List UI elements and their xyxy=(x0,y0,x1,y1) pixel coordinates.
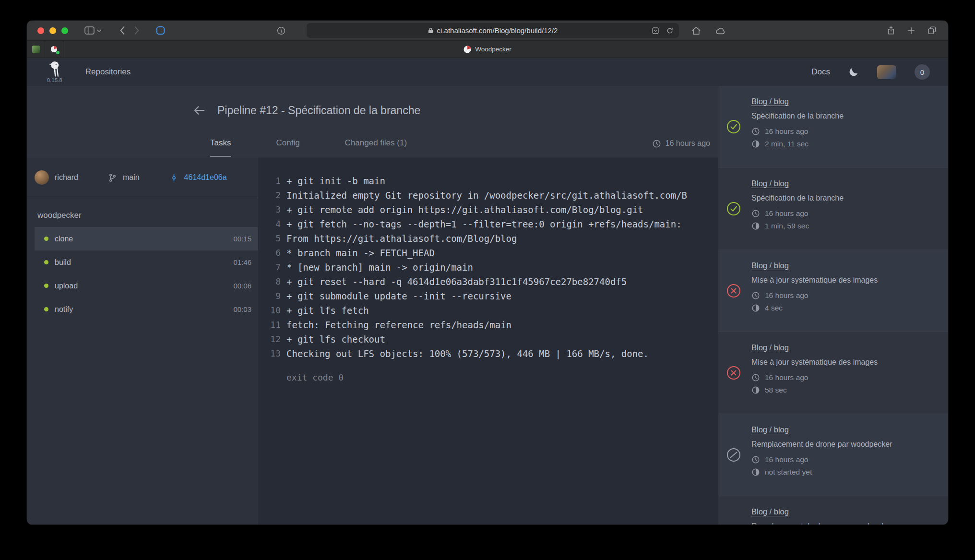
build-card[interactable]: Blog / blog Mise à jour systématique des… xyxy=(718,250,948,332)
clock-icon xyxy=(751,127,760,136)
nav-docs-link[interactable]: Docs xyxy=(811,67,830,77)
log-line: 1 + git init -b main xyxy=(258,174,718,188)
log-line: 4 + git fetch --no-tags --depth=1 --filt… xyxy=(258,217,718,231)
task-name: upload xyxy=(55,282,78,290)
build-message: Remplacement de drone par woodpecker xyxy=(751,522,937,524)
build-repo-link[interactable]: Blog / blog xyxy=(751,179,789,188)
pipeline-time-text: 16 hours ago xyxy=(666,139,710,148)
build-time-text: 16 hours ago xyxy=(765,291,809,300)
task-duration: 00:15 xyxy=(233,235,251,243)
theme-toggle-moon-icon[interactable] xyxy=(848,67,859,77)
task-name: notify xyxy=(55,305,73,314)
sidebar-toggle-icon[interactable] xyxy=(84,26,101,35)
author-avatar xyxy=(35,170,49,185)
build-time-text: 16 hours ago xyxy=(765,209,809,218)
build-repo-link[interactable]: Blog / blog xyxy=(751,425,789,434)
log-line-number: 12 xyxy=(258,332,281,346)
close-window-button[interactable] xyxy=(37,27,44,34)
pinned-tab-1[interactable] xyxy=(27,41,45,58)
build-card[interactable]: Blog / blog Mise à jour systématique des… xyxy=(718,332,948,414)
log-line-text: fetch: Fetching reference refs/heads/mai… xyxy=(286,318,511,332)
build-time: 16 hours ago xyxy=(751,291,937,300)
home-icon[interactable] xyxy=(691,26,701,35)
task-name: clone xyxy=(55,235,73,243)
build-card[interactable]: Blog / blog Remplacement de drone par wo… xyxy=(718,414,948,496)
log-line: 11 fetch: Fetching reference refs/heads/… xyxy=(258,318,718,332)
pipeline-tabs: Tasks Config Changed files (1) 16 hours … xyxy=(27,130,718,157)
build-card[interactable]: Blog / blog Remplacement de drone par wo… xyxy=(718,496,948,524)
task-item[interactable]: notify 00:03 xyxy=(35,298,258,321)
clock-icon xyxy=(751,209,760,218)
log-line: 7 * [new branch] main -> origin/main xyxy=(258,260,718,274)
log-line-text: + git remote add origin https://git.atha… xyxy=(286,203,643,217)
log-line-number: 9 xyxy=(258,289,281,303)
app-logo[interactable]: 0.15.8 xyxy=(47,61,62,83)
build-time-text: 16 hours ago xyxy=(765,373,809,382)
active-tab[interactable]: Woodpecker xyxy=(63,41,948,58)
forward-button[interactable] xyxy=(134,26,140,35)
build-time-text: 16 hours ago xyxy=(765,455,809,464)
build-repo-link[interactable]: Blog / blog xyxy=(751,261,789,270)
build-card[interactable]: Blog / blog Spécification de la branche … xyxy=(718,168,948,250)
log-line: 13 Checking out LFS objects: 100% (573/5… xyxy=(258,346,718,361)
notification-badge[interactable]: 0 xyxy=(915,64,930,80)
build-repo-link[interactable]: Blog / blog xyxy=(751,97,789,106)
icloud-tabs-icon[interactable] xyxy=(715,26,726,35)
new-tab-icon[interactable] xyxy=(907,27,915,35)
build-status xyxy=(726,284,741,298)
pinned-tab-2[interactable] xyxy=(45,41,63,58)
back-arrow-icon[interactable] xyxy=(193,105,206,116)
build-card[interactable]: Blog / blog Spécification de la branche … xyxy=(718,86,948,168)
build-duration: 1 min, 59 sec xyxy=(751,222,937,230)
commit-item[interactable]: 4614d1e06a xyxy=(169,173,227,182)
user-avatar[interactable] xyxy=(877,65,896,79)
back-button[interactable] xyxy=(119,26,125,35)
pipeline-time: 16 hours ago xyxy=(652,139,710,148)
build-duration-text: not started yet xyxy=(765,468,812,477)
clock-icon xyxy=(751,291,760,300)
build-repo-link[interactable]: Blog / blog xyxy=(751,507,789,516)
app-version: 0.15.8 xyxy=(47,78,62,83)
nav-repositories-link[interactable]: Repositories xyxy=(85,67,131,77)
tab-changed-files[interactable]: Changed files (1) xyxy=(345,130,407,157)
log-line-number: 11 xyxy=(258,318,281,332)
clock-icon xyxy=(652,139,661,148)
app-navbar: 0.15.8 Repositories Docs 0 xyxy=(27,58,948,86)
privacy-report-icon[interactable] xyxy=(277,26,285,35)
build-repo-link[interactable]: Blog / blog xyxy=(751,343,789,352)
build-duration: 2 min, 11 sec xyxy=(751,140,937,148)
log-line-text: Checking out LFS objects: 100% (573/573)… xyxy=(286,346,649,361)
task-item[interactable]: build 01:46 xyxy=(35,250,258,274)
task-item[interactable]: upload 00:06 xyxy=(35,274,258,298)
tab-config[interactable]: Config xyxy=(276,130,299,157)
tab-group-icon[interactable] xyxy=(156,26,165,35)
log-line-number: 1 xyxy=(258,174,281,188)
minimize-window-button[interactable] xyxy=(49,27,56,34)
build-duration: 4 sec xyxy=(751,304,937,312)
build-message: Mise à jour systématique des images xyxy=(751,358,937,367)
commit-hash-link[interactable]: 4614d1e06a xyxy=(184,173,227,182)
log-line-text: + git init -b main xyxy=(286,174,385,188)
tab-tasks[interactable]: Tasks xyxy=(210,130,231,157)
task-item[interactable]: clone 00:15 xyxy=(35,227,258,250)
build-duration-text: 1 min, 59 sec xyxy=(765,222,809,230)
build-message: Mise à jour systématique des images xyxy=(751,276,937,285)
log-line: 3 + git remote add origin https://git.at… xyxy=(258,203,718,217)
share-icon[interactable] xyxy=(887,25,895,36)
task-success-dot xyxy=(44,307,48,311)
reload-icon[interactable] xyxy=(666,27,674,35)
log-line-number: 4 xyxy=(258,217,281,231)
tab-overview-icon[interactable] xyxy=(927,26,937,35)
build-status xyxy=(726,202,741,216)
zoom-window-button[interactable] xyxy=(61,27,68,34)
browser-window: ci.athaliasoft.com/Blog/blog/build/12/2 xyxy=(27,21,948,524)
timelapse-icon xyxy=(751,304,760,312)
woodpecker-favicon xyxy=(464,46,471,53)
address-bar[interactable]: ci.athaliasoft.com/Blog/blog/build/12/2 xyxy=(307,23,679,38)
commit-icon xyxy=(169,173,178,182)
website-settings-icon[interactable] xyxy=(652,27,659,35)
pipeline-header: Pipeline #12 - Spécification de la branc… xyxy=(27,86,718,157)
log-output: 1 + git init -b main 2 Initialized empty… xyxy=(258,157,718,524)
timelapse-icon xyxy=(751,222,760,230)
log-line-text: + git submodule update --init --recursiv… xyxy=(286,289,511,303)
